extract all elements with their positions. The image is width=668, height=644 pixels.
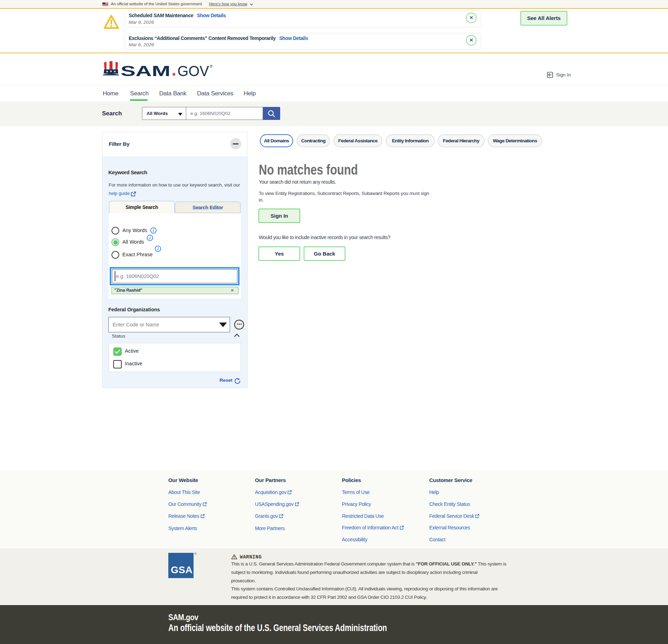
svg-text:®: ® <box>210 64 212 68</box>
svg-text:SAM: SAM <box>121 62 170 79</box>
svg-text:i: i <box>153 228 154 233</box>
svg-text:i: i <box>149 235 151 240</box>
svg-text:i: i <box>157 246 159 251</box>
svg-text:GOV: GOV <box>177 62 209 79</box>
